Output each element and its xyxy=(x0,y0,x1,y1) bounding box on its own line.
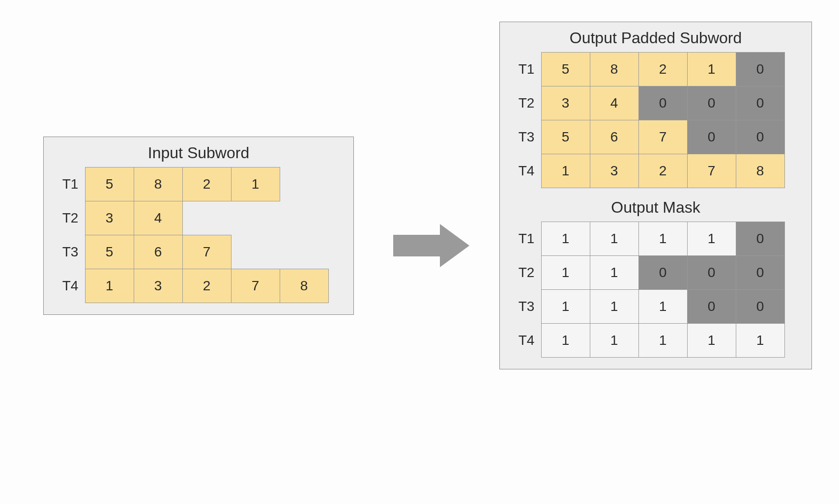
data-cell: 2 xyxy=(638,154,688,188)
table-row: T356700 xyxy=(512,120,800,154)
output-mask-grid: T111110T211000T311100T411111 xyxy=(512,222,800,357)
table-row: T234000 xyxy=(512,86,800,120)
mask-cell: 1 xyxy=(541,255,590,290)
data-cell: 7 xyxy=(638,120,688,154)
output-padded-title: Output Padded Subword xyxy=(512,29,800,47)
row-label: T3 xyxy=(512,120,541,154)
row-label: T2 xyxy=(56,201,85,235)
row-label: T1 xyxy=(512,52,541,86)
mask-cell: 1 xyxy=(541,289,590,324)
row-label: T4 xyxy=(56,269,85,303)
data-cell: 3 xyxy=(541,86,590,120)
empty-cell xyxy=(182,201,231,235)
table-row: T311100 xyxy=(512,289,800,323)
pad-cell: 0 xyxy=(736,52,785,86)
data-cell: 8 xyxy=(134,167,183,201)
mask-cell: 1 xyxy=(541,323,590,358)
mask-cell: 1 xyxy=(590,289,639,324)
data-cell: 2 xyxy=(182,269,231,303)
output-padded-section: Output Padded Subword T158210T234000T356… xyxy=(512,29,800,188)
mask-cell: 1 xyxy=(638,289,688,324)
data-cell: 1 xyxy=(85,269,134,303)
table-row: T413278 xyxy=(56,269,342,303)
row-label: T4 xyxy=(512,154,541,188)
empty-cell xyxy=(280,167,329,201)
table-row: T234 xyxy=(56,201,342,235)
mask-pad-cell: 0 xyxy=(638,255,688,290)
row-label: T1 xyxy=(56,167,85,201)
data-cell: 3 xyxy=(134,269,183,303)
mask-pad-cell: 0 xyxy=(736,255,785,290)
mask-cell: 1 xyxy=(736,323,785,358)
data-cell: 1 xyxy=(231,167,280,201)
mask-cell: 1 xyxy=(687,323,736,358)
mask-cell: 1 xyxy=(687,222,736,256)
pad-cell: 0 xyxy=(736,86,785,120)
table-row: T3567 xyxy=(56,235,342,269)
mask-cell: 1 xyxy=(638,323,688,358)
mask-pad-cell: 0 xyxy=(687,255,736,290)
data-cell: 5 xyxy=(541,52,590,86)
row-label: T4 xyxy=(512,323,541,357)
data-cell: 5 xyxy=(85,235,134,269)
mask-cell: 1 xyxy=(590,255,639,290)
data-cell: 6 xyxy=(134,235,183,269)
table-row: T15821 xyxy=(56,167,342,201)
mask-cell: 1 xyxy=(541,222,590,256)
data-cell: 7 xyxy=(231,269,280,303)
data-cell: 2 xyxy=(182,167,231,201)
row-label: T2 xyxy=(512,86,541,120)
empty-cell xyxy=(231,235,280,269)
data-cell: 4 xyxy=(590,86,639,120)
row-label: T3 xyxy=(512,289,541,323)
table-row: T158210 xyxy=(512,52,800,86)
table-row: T111110 xyxy=(512,222,800,255)
data-cell: 3 xyxy=(85,201,134,235)
pad-cell: 0 xyxy=(687,120,736,154)
pad-cell: 0 xyxy=(736,120,785,154)
output-mask-title: Output Mask xyxy=(512,198,800,217)
mask-cell: 1 xyxy=(590,323,639,358)
table-row: T411111 xyxy=(512,323,800,357)
data-cell: 7 xyxy=(687,154,736,188)
data-cell: 5 xyxy=(85,167,134,201)
row-label: T1 xyxy=(512,222,541,255)
empty-cell xyxy=(280,201,329,235)
mask-pad-cell: 0 xyxy=(736,222,785,256)
output-padded-grid: T158210T234000T356700T413278 xyxy=(512,52,800,188)
input-subword-panel: Input Subword T15821T234T3567T413278 xyxy=(43,137,354,315)
mask-pad-cell: 0 xyxy=(736,289,785,324)
arrow-icon xyxy=(393,221,472,270)
empty-cell xyxy=(231,201,280,235)
data-cell: 1 xyxy=(687,52,736,86)
data-cell: 8 xyxy=(590,52,639,86)
mask-cell: 1 xyxy=(638,222,688,256)
data-cell: 4 xyxy=(134,201,183,235)
data-cell: 3 xyxy=(590,154,639,188)
data-cell: 8 xyxy=(736,154,785,188)
row-label: T3 xyxy=(56,235,85,269)
output-mask-section: Output Mask T111110T211000T311100T411111 xyxy=(512,198,800,357)
output-panel: Output Padded Subword T158210T234000T356… xyxy=(499,22,812,369)
input-title: Input Subword xyxy=(56,144,342,162)
row-label: T2 xyxy=(512,255,541,289)
mask-pad-cell: 0 xyxy=(687,289,736,324)
pad-cell: 0 xyxy=(638,86,688,120)
pad-cell: 0 xyxy=(687,86,736,120)
table-row: T211000 xyxy=(512,255,800,289)
data-cell: 1 xyxy=(541,154,590,188)
table-row: T413278 xyxy=(512,154,800,188)
data-cell: 2 xyxy=(638,52,688,86)
data-cell: 8 xyxy=(280,269,329,303)
input-grid: T15821T234T3567T413278 xyxy=(56,167,342,303)
data-cell: 7 xyxy=(182,235,231,269)
mask-cell: 1 xyxy=(590,222,639,256)
data-cell: 6 xyxy=(590,120,639,154)
empty-cell xyxy=(280,235,329,269)
data-cell: 5 xyxy=(541,120,590,154)
